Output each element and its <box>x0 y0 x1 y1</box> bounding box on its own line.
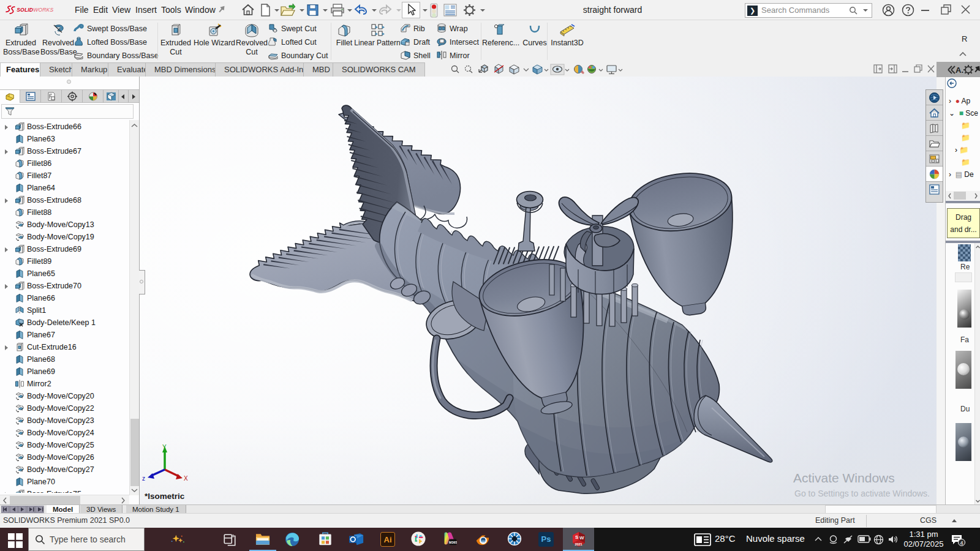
svg-text:A.: A. <box>956 66 963 75</box>
svg-text:S: S <box>575 534 579 540</box>
svg-text:2021: 2021 <box>575 542 582 546</box>
svg-text:M365: M365 <box>449 541 457 544</box>
svg-text:4: 4 <box>960 540 963 546</box>
svg-text:z: z <box>142 475 145 482</box>
svg-text:W: W <box>579 535 584 541</box>
svg-text:X: X <box>184 475 188 482</box>
svg-text:Y: Y <box>162 444 167 451</box>
svg-text:SOLIDWORKS: SOLIDWORKS <box>17 7 53 13</box>
